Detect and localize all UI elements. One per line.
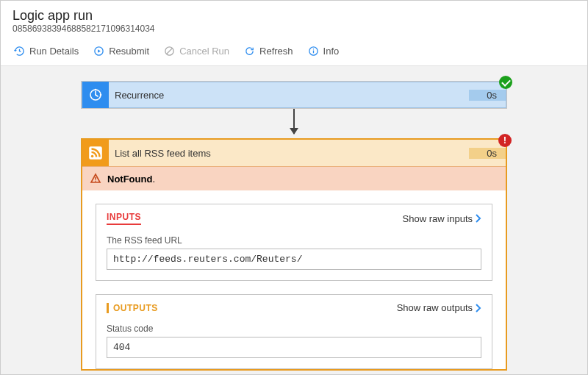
status-badge-success — [499, 76, 512, 89]
clock-icon — [82, 82, 109, 108]
svg-point-14 — [95, 181, 96, 182]
outputs-panel: OUTPUTS Show raw outputs Status code 404 — [96, 294, 492, 369]
show-raw-inputs-button[interactable]: Show raw inputs — [403, 213, 481, 224]
inputs-heading: INPUTS — [107, 212, 141, 225]
refresh-button[interactable]: Refresh — [238, 43, 299, 60]
step-title: Recurrence — [109, 90, 469, 101]
field-label: The RSS feed URL — [107, 235, 481, 246]
page-title: Logic app run — [12, 8, 576, 24]
chevron-right-icon — [476, 214, 481, 223]
info-icon — [308, 46, 319, 57]
field-label: Status code — [107, 324, 481, 334]
cancel-run-button: Cancel Run — [158, 43, 235, 60]
status-code-value: 404 — [107, 337, 481, 358]
run-id: 08586938394688582171096314034 — [12, 24, 576, 34]
cancel-icon — [164, 46, 175, 57]
status-badge-error: ! — [498, 134, 512, 147]
replay-icon — [93, 46, 104, 57]
step-recurrence[interactable]: Recurrence 0s — [81, 81, 507, 109]
outputs-heading: OUTPUTS — [107, 303, 158, 313]
step-rss[interactable]: ! List all RSS feed items 0s NotFound. I… — [81, 138, 507, 371]
inputs-panel: INPUTS Show raw inputs The RSS feed URL … — [96, 204, 492, 281]
connector-arrow — [293, 109, 295, 134]
show-raw-outputs-button[interactable]: Show raw outputs — [397, 302, 481, 313]
resubmit-button[interactable]: Resubmit — [87, 43, 155, 60]
step-duration: 0s — [469, 90, 506, 101]
info-button[interactable]: Info — [302, 43, 345, 60]
history-icon — [14, 46, 25, 57]
svg-line-8 — [96, 95, 98, 96]
refresh-icon — [244, 46, 255, 57]
svg-point-5 — [312, 49, 314, 50]
svg-point-12 — [91, 155, 94, 158]
svg-point-10 — [101, 95, 101, 96]
step-title: List all RSS feed items — [109, 148, 469, 159]
toolbar: Run Details Resubmit Cancel Run Refresh … — [1, 37, 587, 66]
chevron-right-icon — [476, 304, 481, 312]
step-duration: 0s — [469, 148, 506, 159]
rss-url-value: http://feeds.reuters.com/Reuters/ — [107, 249, 481, 270]
error-banner: NotFound. — [82, 166, 506, 190]
rss-icon — [82, 140, 109, 166]
error-code: NotFound — [107, 174, 152, 185]
warning-icon — [90, 173, 101, 185]
svg-line-2 — [167, 49, 173, 54]
designer-canvas: Recurrence 0s ! List all RSS feed items … — [1, 66, 587, 375]
svg-point-9 — [96, 90, 96, 90]
page-header: Logic app run 08586938394688582171096314… — [1, 1, 587, 37]
run-details-button[interactable]: Run Details — [8, 43, 85, 60]
